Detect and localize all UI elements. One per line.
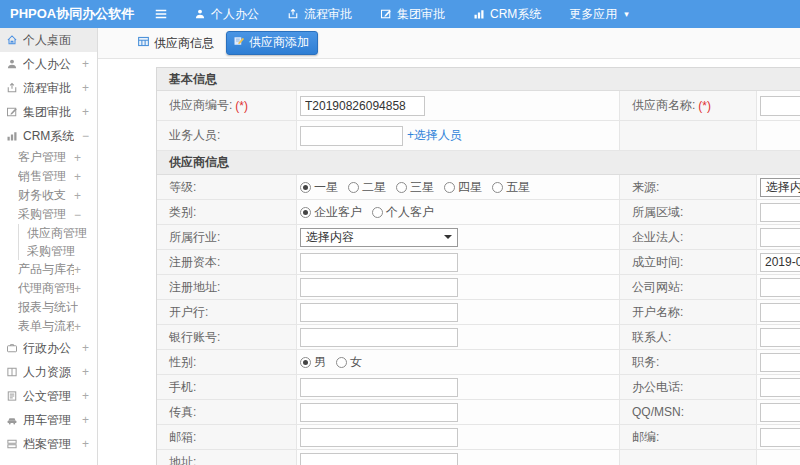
registered-capital-input[interactable] <box>300 253 458 272</box>
hamburger-icon[interactable] <box>154 7 168 21</box>
radio-icon <box>348 182 359 193</box>
industry-select[interactable]: 选择内容 <box>300 228 458 247</box>
form-row: 性别: 男 女 职务: <box>157 350 800 375</box>
sidebar-item-group-approval[interactable]: 集团审批 + <box>0 100 97 124</box>
legal-person-input[interactable] <box>760 228 800 247</box>
tab-supplier-add[interactable]: 供应商添加 <box>226 31 318 55</box>
account-name-input[interactable] <box>760 303 800 322</box>
sidebar-item-product-inventory[interactable]: 产品与库存 + <box>0 260 97 279</box>
radio-option[interactable]: 男 <box>300 354 326 371</box>
established-date-cell <box>757 250 800 275</box>
sidebar-item-customer-mgmt[interactable]: 客户管理 + <box>0 148 97 167</box>
form-row: 地址: <box>157 450 800 465</box>
radio-option[interactable]: 企业客户 <box>300 204 362 221</box>
tab-supplier-info[interactable]: 供应商信息 <box>133 32 218 55</box>
sidebar-item-purchase-mgmt-sub[interactable]: 采购管理 <box>18 242 97 260</box>
sidebar-item-admin-office[interactable]: 行政办公 + <box>0 336 97 360</box>
region-input[interactable] <box>760 203 800 222</box>
sidebar-item-sales-mgmt[interactable]: 销售管理 + <box>0 167 97 186</box>
registered-address-label: 注册地址: <box>157 275 297 300</box>
radio-option[interactable]: 二星 <box>348 179 386 196</box>
sidebar-item-flow-approval[interactable]: 流程审批 + <box>0 76 97 100</box>
user-icon <box>194 8 206 20</box>
form-row: 供应商编号: (*) 供应商名称: (*) <box>157 91 800 121</box>
qq-msn-input[interactable] <box>760 403 800 422</box>
position-input[interactable] <box>760 353 800 372</box>
form-row: 等级: 一星 二星 三星 四星 五星 来源: <box>157 175 800 200</box>
radio-option[interactable]: 个人客户 <box>372 204 434 221</box>
form-row: 邮箱: 邮编: <box>157 425 800 450</box>
radio-icon <box>492 182 503 193</box>
registered-address-input[interactable] <box>300 278 458 297</box>
account-name-label: 开户名称: <box>620 300 757 325</box>
supplier-name-input[interactable] <box>760 96 800 116</box>
contact-label: 联系人: <box>620 325 757 350</box>
sidebar-item-personal-desktop[interactable]: 个人桌面 <box>0 28 97 52</box>
app-logo: PHPOA协同办公软件 <box>0 5 148 23</box>
radio-icon <box>300 182 311 193</box>
empty-field-cell <box>757 121 800 151</box>
sidebar-item-crm[interactable]: CRM系统 − <box>0 124 97 148</box>
chart-icon <box>473 8 485 20</box>
choose-staff-link[interactable]: +选择人员 <box>407 127 462 144</box>
website-input[interactable] <box>760 278 800 297</box>
source-select[interactable]: 选择内容 <box>760 178 800 197</box>
contact-input[interactable] <box>760 328 800 347</box>
supplier-name-label: 供应商名称: (*) <box>620 91 757 121</box>
nav-flow-approval[interactable]: 流程审批 <box>287 6 352 23</box>
position-cell <box>757 350 800 375</box>
supplier-code-label: 供应商编号: (*) <box>157 91 297 121</box>
staff-input[interactable] <box>300 126 403 146</box>
sidebar-item-document-mgmt[interactable]: 公文管理 + <box>0 384 97 408</box>
radio-option[interactable]: 四星 <box>444 179 482 196</box>
sidebar-item-supplier-mgmt[interactable]: 供应商管理 <box>18 224 97 242</box>
gender-radio-group: 男 女 <box>300 354 362 371</box>
sidebar-item-vehicle-mgmt[interactable]: 用车管理 + <box>0 408 97 432</box>
mobile-input[interactable] <box>300 378 458 397</box>
bank-input[interactable] <box>300 303 458 322</box>
nav-personal-office[interactable]: 个人办公 <box>194 6 259 23</box>
zipcode-label: 邮编: <box>620 425 757 450</box>
archive-icon <box>6 438 18 450</box>
bank-account-input[interactable] <box>300 328 458 347</box>
source-cell: 选择内容 <box>757 175 800 200</box>
tab-bar: 供应商信息 供应商添加 <box>98 28 800 59</box>
form-row: 传真: QQ/MSN: <box>157 400 800 425</box>
nav-more-apps[interactable]: 更多应用 ▾ <box>569 6 629 23</box>
required-marker: (*) <box>235 99 248 113</box>
zipcode-cell <box>757 425 800 450</box>
address-cell <box>297 450 620 465</box>
supplier-code-input[interactable] <box>300 96 425 116</box>
sidebar-item-finance[interactable]: 财务收支 + <box>0 186 97 205</box>
sidebar-item-purchase-mgmt[interactable]: 采购管理 − <box>0 205 97 224</box>
flow-icon <box>287 8 299 20</box>
grade-cell: 一星 二星 三星 四星 五星 <box>297 175 620 200</box>
sidebar-item-archive-mgmt[interactable]: 档案管理 + <box>0 432 97 456</box>
form-row: 业务人员: +选择人员 <box>157 121 800 151</box>
radio-option[interactable]: 三星 <box>396 179 434 196</box>
email-cell <box>297 425 620 450</box>
contact-cell <box>757 325 800 350</box>
grade-radio-group: 一星 二星 三星 四星 五星 <box>300 179 530 196</box>
established-date-input[interactable] <box>760 253 800 272</box>
radio-option[interactable]: 一星 <box>300 179 338 196</box>
nav-crm[interactable]: CRM系统 <box>473 6 541 23</box>
fax-input[interactable] <box>300 403 458 422</box>
sidebar-item-reports[interactable]: 报表与统计 <box>0 298 97 317</box>
address-input[interactable] <box>300 453 458 465</box>
radio-option[interactable]: 五星 <box>492 179 530 196</box>
top-bar: PHPOA协同办公软件 个人办公 流程审批 集团审批 <box>0 0 800 28</box>
nav-group-approval[interactable]: 集团审批 <box>380 6 445 23</box>
sidebar-item-agent-mgmt[interactable]: 代理商管理 + <box>0 279 97 298</box>
sidebar-item-personal-office[interactable]: 个人办公 + <box>0 52 97 76</box>
radio-option[interactable]: 女 <box>336 354 362 371</box>
sidebar-item-hr[interactable]: 人力资源 + <box>0 360 97 384</box>
main-content: 供应商信息 供应商添加 基本信息 供应商编号: (*) <box>98 28 800 465</box>
empty-label-cell <box>620 121 757 151</box>
supplier-name-cell <box>757 91 800 121</box>
zipcode-input[interactable] <box>760 428 800 447</box>
radio-icon <box>396 182 407 193</box>
email-input[interactable] <box>300 428 458 447</box>
sidebar-item-form-flow-settings[interactable]: 表单与流程设置 + <box>0 317 97 336</box>
office-phone-input[interactable] <box>760 378 800 397</box>
